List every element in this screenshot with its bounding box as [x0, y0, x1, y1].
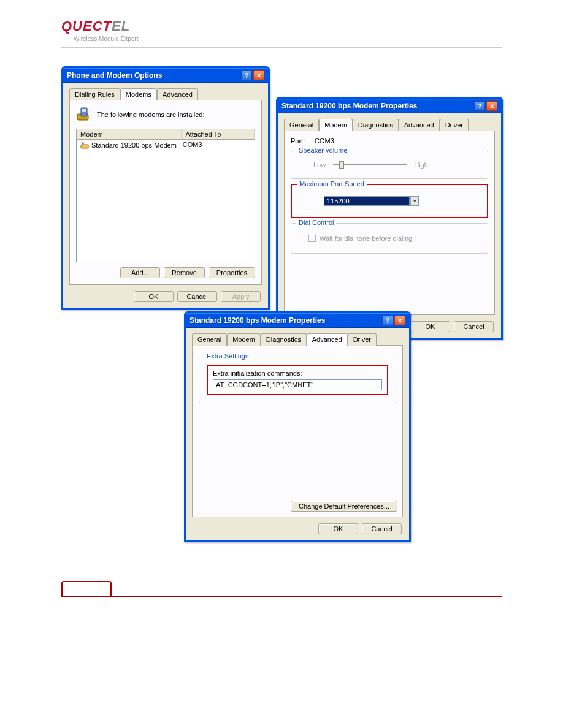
tagline: Wireless Module Expert	[74, 36, 502, 42]
note-tab	[61, 581, 112, 596]
cancel-button[interactable]: Cancel	[362, 523, 402, 534]
tab-diagnostics[interactable]: Diagnostics	[261, 333, 307, 346]
tab-advanced[interactable]: Advanced	[307, 333, 348, 346]
modem-properties-dialog-modem: Standard 19200 bps Modem Properties Gene…	[276, 97, 503, 340]
logo: QUECTEL	[61, 18, 502, 34]
speaker-volume-group: Speaker volume Low High	[291, 151, 488, 179]
close-icon[interactable]	[394, 316, 405, 325]
ok-button[interactable]: OK	[318, 523, 358, 534]
list-header: Modem Attached To	[76, 129, 255, 140]
tab-panel: Port: COM3 Speaker volume Low High	[284, 131, 495, 315]
help-icon[interactable]	[382, 316, 393, 325]
checkbox-label: Wait for dial tone before dialing	[320, 235, 412, 242]
cancel-button[interactable]: Cancel	[454, 321, 494, 332]
tab-driver[interactable]: Driver	[348, 333, 377, 346]
group-title: Dial Control	[296, 219, 336, 226]
tab-driver[interactable]: Driver	[440, 119, 469, 131]
group-title: Speaker volume	[296, 146, 350, 154]
tab-advanced[interactable]: Advanced	[399, 119, 440, 131]
tab-general[interactable]: General	[192, 333, 227, 346]
phone-modem-dialog: Phone and Modem Options Dialing Rules Mo…	[61, 66, 270, 310]
svg-rect-3	[81, 145, 88, 148]
add-button[interactable]: Add...	[120, 267, 160, 278]
properties-button[interactable]: Properties	[209, 267, 255, 278]
extra-init-label: Extra initialization commands:	[213, 370, 382, 377]
ok-button[interactable]: OK	[134, 291, 174, 302]
remove-button[interactable]: Remove	[164, 267, 205, 278]
tab-advanced[interactable]: Advanced	[157, 88, 198, 100]
modem-list-desc: The following modems are installed:	[97, 111, 204, 118]
logo-main: QUECT	[61, 18, 112, 34]
modem-properties-dialog-advanced: Standard 19200 bps Modem Properties Gene…	[184, 311, 411, 542]
volume-slider[interactable]	[333, 164, 407, 165]
col-modem[interactable]: Modem	[77, 129, 182, 139]
port-value: COM3	[315, 137, 334, 145]
max-port-speed-group: Maximum Port Speed 115200 ▾	[291, 184, 488, 218]
tab-general[interactable]: General	[284, 119, 319, 131]
page-header: QUECTEL Wireless Module Expert	[61, 18, 502, 48]
note-divider	[61, 596, 502, 597]
dialog-title: Phone and Modem Options	[67, 71, 162, 80]
phone-modem-icon	[76, 107, 92, 123]
dial-control-group: Dial Control Wait for dial tone before d…	[291, 223, 488, 254]
group-title: Extra Settings	[204, 352, 251, 360]
cancel-button[interactable]: Cancel	[177, 291, 217, 302]
tab-modem[interactable]: Modem	[227, 333, 261, 346]
svg-rect-2	[82, 109, 86, 112]
dialog-title: Standard 19200 bps Modem Properties	[190, 316, 325, 325]
modem-port: COM3	[183, 141, 251, 150]
apply-button[interactable]: Apply	[221, 291, 261, 302]
tab-panel: Extra Settings Extra initialization comm…	[192, 346, 403, 517]
high-label: High	[414, 161, 428, 169]
tab-modem[interactable]: Modem	[319, 119, 353, 131]
help-icon[interactable]	[474, 101, 485, 111]
wait-dial-tone-checkbox[interactable]	[308, 235, 316, 242]
modem-icon	[80, 141, 89, 150]
list-item[interactable]: Standard 19200 bps Modem COM3	[77, 140, 255, 151]
extra-init-input[interactable]	[213, 379, 382, 390]
speed-value: 115200	[327, 197, 350, 205]
col-attached[interactable]: Attached To	[182, 129, 255, 139]
note-line	[61, 640, 502, 640]
close-icon[interactable]	[253, 70, 264, 80]
change-default-prefs-button[interactable]: Change Default Preferences...	[291, 501, 397, 512]
logo-tail: EL	[112, 18, 130, 34]
tab-modems[interactable]: Modems	[120, 88, 157, 100]
modem-list[interactable]: Standard 19200 bps Modem COM3	[76, 140, 255, 262]
titlebar[interactable]: Phone and Modem Options	[63, 68, 268, 83]
ok-button[interactable]: OK	[410, 321, 450, 332]
tab-dialing-rules[interactable]: Dialing Rules	[69, 88, 120, 100]
titlebar[interactable]: Standard 19200 bps Modem Properties	[186, 313, 409, 328]
chevron-down-icon[interactable]: ▾	[410, 196, 419, 206]
help-icon[interactable]	[241, 70, 252, 80]
close-icon[interactable]	[486, 101, 497, 111]
extra-settings-group: Extra Settings Extra initialization comm…	[199, 357, 396, 403]
tabs: Dialing Rules Modems Advanced	[69, 88, 262, 100]
low-label: Low	[313, 161, 326, 169]
modem-name: Standard 19200 bps Modem	[91, 142, 177, 149]
tab-diagnostics[interactable]: Diagnostics	[353, 119, 399, 131]
port-speed-select[interactable]: 115200 ▾	[324, 196, 410, 206]
port-label: Port:	[291, 137, 313, 145]
tab-panel: The following modems are installed: Mode…	[69, 100, 262, 285]
slider-thumb[interactable]	[339, 161, 344, 169]
tabs: General Modem Diagnostics Advanced Drive…	[192, 333, 403, 346]
titlebar[interactable]: Standard 19200 bps Modem Properties	[278, 99, 501, 113]
tabs: General Modem Diagnostics Advanced Drive…	[284, 118, 495, 131]
footer-divider	[61, 659, 502, 659]
svg-point-4	[82, 142, 84, 145]
dialog-title: Standard 19200 bps Modem Properties	[282, 102, 417, 110]
note-section	[61, 581, 502, 640]
group-title: Maximum Port Speed	[297, 180, 367, 188]
